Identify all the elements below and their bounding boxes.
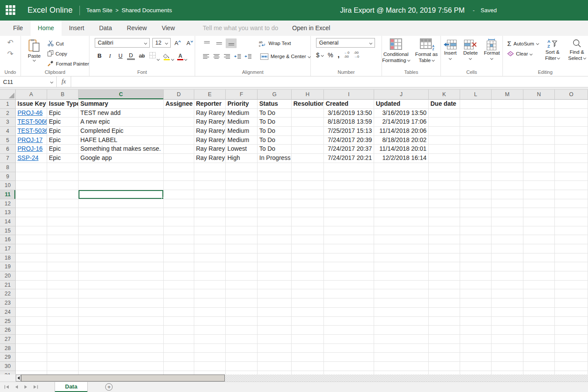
grow-font-button[interactable]: A: [173, 40, 183, 46]
cell-B21[interactable]: [47, 281, 79, 290]
cell-M2[interactable]: [492, 109, 523, 118]
cell-A17[interactable]: [16, 244, 47, 253]
tab-view[interactable]: View: [154, 21, 182, 36]
column-header-L[interactable]: L: [460, 90, 492, 100]
cell-K8[interactable]: [429, 163, 460, 172]
cell-K28[interactable]: [429, 344, 460, 353]
cell-C23[interactable]: [79, 298, 164, 308]
cell-J24[interactable]: [374, 308, 429, 317]
cell-B19[interactable]: [47, 262, 79, 271]
cell-D24[interactable]: [164, 308, 194, 317]
cell-D28[interactable]: [164, 344, 194, 353]
cell-L5[interactable]: [460, 136, 492, 145]
next-sheet-button[interactable]: [24, 385, 28, 389]
cell-H12[interactable]: [292, 199, 324, 208]
cell-I30[interactable]: [324, 362, 374, 371]
cell-K11[interactable]: [429, 190, 460, 199]
cell-B31[interactable]: [47, 371, 79, 375]
last-sheet-button[interactable]: [33, 385, 38, 389]
wrap-text-button[interactable]: abc Wrap Text: [259, 40, 291, 47]
cell-M24[interactable]: [492, 308, 523, 317]
percent-format-button[interactable]: %: [328, 52, 333, 59]
cell-B1[interactable]: Issue Type: [47, 100, 79, 109]
undo-button[interactable]: ↶: [4, 38, 17, 48]
cell-J25[interactable]: [374, 317, 429, 326]
tab-file[interactable]: File: [6, 21, 31, 36]
cell-C5[interactable]: HAFE LABEL: [79, 136, 164, 145]
cell-G28[interactable]: [258, 344, 292, 353]
cell-G13[interactable]: [258, 208, 292, 217]
cell-L14[interactable]: [460, 217, 492, 226]
scroll-left-button[interactable]: [16, 375, 21, 382]
cell-N12[interactable]: [523, 199, 555, 208]
cell-J4[interactable]: 11/14/2018 20:06: [374, 127, 429, 136]
cell-K27[interactable]: [429, 335, 460, 344]
cell-L7[interactable]: [460, 154, 492, 163]
cell-E24[interactable]: [194, 308, 226, 317]
row-header-5[interactable]: 5: [0, 136, 16, 145]
cell-J10[interactable]: [374, 181, 429, 190]
cell-H13[interactable]: [292, 208, 324, 217]
cell-B4[interactable]: Epic: [47, 127, 79, 136]
cell-F15[interactable]: [226, 226, 258, 236]
cell-K17[interactable]: [429, 244, 460, 253]
cell-M27[interactable]: [492, 335, 523, 344]
cell-J29[interactable]: [374, 353, 429, 362]
cell-H26[interactable]: [292, 326, 324, 335]
cell-M21[interactable]: [492, 281, 523, 290]
cell-I17[interactable]: [324, 244, 374, 253]
merge-center-button[interactable]: Merge & Center: [260, 53, 310, 60]
cell-D9[interactable]: [164, 172, 194, 181]
cell-J13[interactable]: [374, 208, 429, 217]
cell-O3[interactable]: [555, 118, 588, 127]
tab-home[interactable]: Home: [31, 21, 62, 36]
issue-key-link[interactable]: SSP-24: [17, 154, 38, 161]
align-bottom-button[interactable]: [226, 38, 237, 48]
cell-K1[interactable]: Due date: [429, 100, 460, 109]
cell-J12[interactable]: [374, 199, 429, 208]
cell-E2[interactable]: Ray Rarey: [194, 109, 226, 118]
cell-F3[interactable]: Medium: [226, 118, 258, 127]
cell-J14[interactable]: [374, 217, 429, 226]
cell-L28[interactable]: [460, 344, 492, 353]
issue-key-link[interactable]: TEST-5036: [17, 127, 47, 134]
cell-D3[interactable]: [164, 118, 194, 127]
row-header-13[interactable]: 13: [0, 208, 16, 217]
row-header-31[interactable]: 31: [0, 371, 16, 375]
cell-G5[interactable]: To Do: [258, 136, 292, 145]
copy-button[interactable]: Copy: [48, 49, 89, 58]
cell-C22[interactable]: [79, 289, 164, 298]
cell-B23[interactable]: [47, 298, 79, 308]
cell-M6[interactable]: [492, 145, 523, 154]
cell-A27[interactable]: [16, 335, 47, 344]
cell-K9[interactable]: [429, 172, 460, 181]
cell-L12[interactable]: [460, 199, 492, 208]
cell-C18[interactable]: [79, 253, 164, 263]
cell-L2[interactable]: [460, 109, 492, 118]
cell-L13[interactable]: [460, 208, 492, 217]
cell-B3[interactable]: Epic: [47, 118, 79, 127]
cell-B29[interactable]: [47, 353, 79, 362]
cell-L15[interactable]: [460, 226, 492, 236]
cell-E12[interactable]: [194, 199, 226, 208]
cell-J2[interactable]: 3/16/2019 13:50: [374, 109, 429, 118]
cell-I25[interactable]: [324, 317, 374, 326]
redo-button[interactable]: ↷: [4, 49, 17, 59]
cell-G9[interactable]: [258, 172, 292, 181]
cell-N14[interactable]: [523, 217, 555, 226]
cell-N24[interactable]: [523, 308, 555, 317]
cell-F12[interactable]: [226, 199, 258, 208]
issue-key-link[interactable]: PROJ-17: [17, 136, 43, 143]
cell-A30[interactable]: [16, 362, 47, 371]
cell-C21[interactable]: [79, 281, 164, 290]
cell-M20[interactable]: [492, 271, 523, 281]
cell-D8[interactable]: [164, 163, 194, 172]
cell-C31[interactable]: [79, 371, 164, 375]
cell-K16[interactable]: [429, 235, 460, 244]
cell-L21[interactable]: [460, 281, 492, 290]
cell-D1[interactable]: Assignee: [164, 100, 194, 109]
cell-N21[interactable]: [523, 281, 555, 290]
cell-K24[interactable]: [429, 308, 460, 317]
cell-H6[interactable]: [292, 145, 324, 154]
cell-F14[interactable]: [226, 217, 258, 226]
